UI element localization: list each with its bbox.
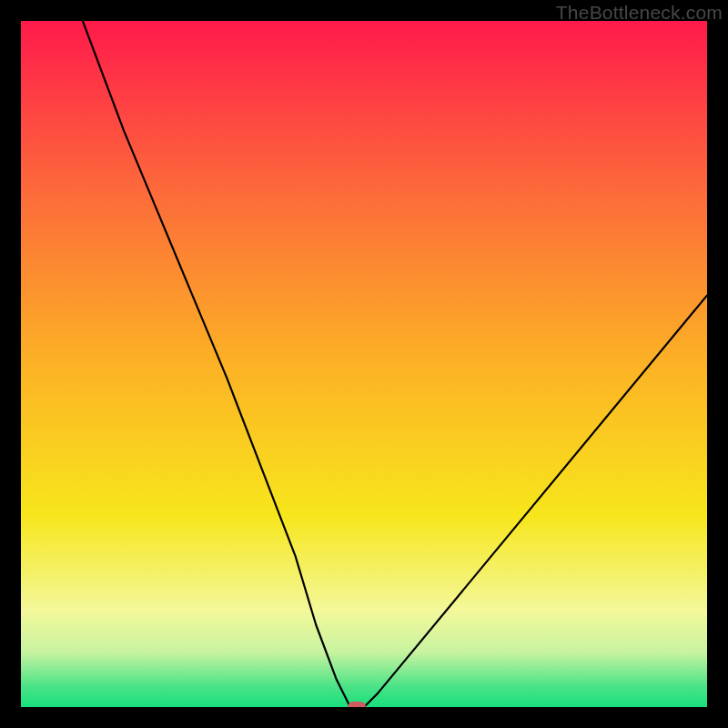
- plot-area: [21, 21, 707, 707]
- optimal-marker: [348, 702, 366, 707]
- gradient-background: [21, 21, 707, 707]
- chart-svg: [21, 21, 707, 707]
- chart-frame: TheBottleneck.com: [0, 0, 728, 728]
- watermark-text: TheBottleneck.com: [556, 2, 723, 24]
